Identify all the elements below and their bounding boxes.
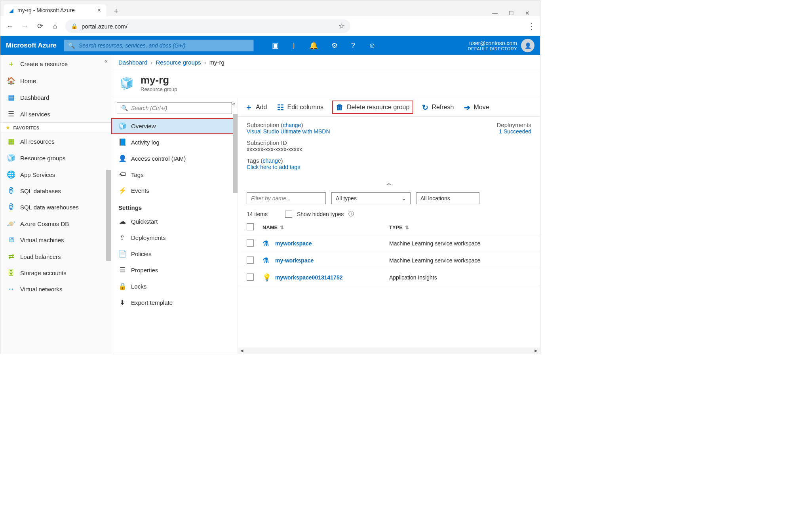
cloud-shell-icon[interactable]: ▣ — [272, 41, 279, 50]
nav-favorite-item[interactable]: 🛢SQL databases — [0, 183, 111, 199]
address-bar[interactable]: 🔒 portal.azure.com/ ☆ — [65, 19, 350, 33]
nav-item-label: Dashboard — [20, 94, 49, 101]
table-row: ⚗my-workspace Machine Learning service w… — [238, 252, 540, 269]
resource-link[interactable]: 💡myworkspace0013141752 — [262, 273, 342, 282]
menu-item-events[interactable]: ⚡Events — [111, 182, 238, 199]
tab-close-icon[interactable]: × — [97, 7, 101, 14]
nav-item-label: Resource groups — [20, 155, 65, 162]
horizontal-scrollbar[interactable]: ◄ ► — [238, 348, 540, 354]
menu-scrollbar[interactable] — [233, 114, 238, 193]
nav-back-icon[interactable]: ← — [5, 22, 15, 30]
row-checkbox[interactable] — [247, 274, 254, 281]
info-icon[interactable]: ⓘ — [348, 211, 354, 218]
filter-locations-select[interactable]: All locations — [416, 192, 479, 204]
nav-create-resource[interactable]: ＋ Create a resource — [0, 55, 111, 72]
sort-icon[interactable]: ⇅ — [280, 225, 284, 230]
nav-home[interactable]: 🏠 Home — [0, 72, 111, 89]
leftnav-collapse-icon[interactable]: « — [105, 57, 108, 64]
nav-forward-icon[interactable]: → — [20, 22, 30, 30]
command-bar: ＋Add ☷Edit columns 🗑Delete resource grou… — [238, 98, 540, 117]
cmd-move[interactable]: ➔Move — [464, 103, 489, 112]
filter-name-input[interactable]: Filter by name... — [247, 192, 326, 204]
scroll-left-icon[interactable]: ◄ — [240, 348, 244, 353]
account-menu[interactable]: user@contoso.com DEFAULT DIRECTORY 👤 — [468, 39, 534, 52]
deployments-value[interactable]: 1 Succeeded — [499, 128, 531, 135]
notifications-icon[interactable]: 🔔 — [309, 41, 318, 50]
new-tab-button[interactable]: + — [110, 6, 123, 16]
row-checkbox[interactable] — [247, 256, 254, 264]
nav-favorite-item[interactable]: ▦All resources — [0, 133, 111, 150]
col-type-header[interactable]: TYPE — [389, 224, 403, 230]
nav-favorite-item[interactable]: 🧊Resource groups — [0, 150, 111, 166]
settings-item-quickstart[interactable]: ☁Quickstart — [111, 213, 238, 230]
menu-item-access-control-iam-[interactable]: 👤Access control (IAM) — [111, 150, 238, 167]
settings-item-label: Locks — [131, 283, 146, 290]
show-hidden-label: Show hidden types — [297, 211, 344, 217]
global-search-input[interactable]: 🔍 Search resources, services, and docs (… — [64, 40, 254, 51]
nav-favorite-item[interactable]: 🛢SQL data warehouses — [0, 199, 111, 215]
tags-add-link[interactable]: Click here to add tags — [247, 164, 300, 170]
nav-reload-icon[interactable]: ⟳ — [35, 22, 45, 30]
scroll-right-icon[interactable]: ► — [534, 348, 538, 353]
nav-item-label: Virtual machines — [20, 237, 64, 243]
tags-change-link[interactable]: change — [263, 158, 281, 164]
deployments-label: Deployments — [496, 122, 531, 128]
nav-dashboard[interactable]: ▤ Dashboard — [0, 89, 111, 106]
window-close-icon[interactable]: ✕ — [525, 10, 530, 16]
menu-item-label: Tags — [131, 171, 144, 178]
feedback-icon[interactable]: ☺ — [369, 42, 376, 50]
menu-search-input[interactable]: 🔍 Search (Ctrl+/) — [117, 102, 232, 114]
nav-item-label: Home — [20, 78, 36, 84]
cmd-refresh[interactable]: ↻Refresh — [422, 103, 454, 112]
azure-brand[interactable]: Microsoft Azure — [6, 42, 57, 49]
menu-item-overview[interactable]: 🧊Overview — [111, 118, 238, 134]
subscription-value[interactable]: Visual Studio Ultimate with MSDN — [247, 128, 330, 135]
help-icon[interactable]: ? — [351, 42, 355, 50]
cmd-delete-resource-group[interactable]: 🗑Delete resource group — [334, 102, 412, 112]
menu-item-tags[interactable]: 🏷Tags — [111, 167, 238, 182]
breadcrumb-dashboard[interactable]: Dashboard — [118, 59, 147, 66]
browser-tab[interactable]: ◢ my-rg - Microsoft Azure × — [4, 4, 106, 16]
sort-icon[interactable]: ⇅ — [405, 225, 409, 230]
select-all-checkbox[interactable] — [247, 223, 254, 230]
col-name-header[interactable]: NAME — [262, 224, 278, 230]
filter-icon[interactable]: ⫿ — [292, 42, 296, 50]
cmd-edit-columns[interactable]: ☷Edit columns — [277, 103, 323, 112]
resource-link[interactable]: ⚗myworkspace — [262, 239, 312, 248]
favorite-icon: ▦ — [7, 137, 15, 146]
cmd-add[interactable]: ＋Add — [245, 102, 267, 112]
nav-favorite-item[interactable]: ↔Virtual networks — [0, 281, 111, 297]
window-minimize-icon[interactable]: — — [492, 10, 498, 16]
favorite-icon: 🖥 — [7, 236, 15, 244]
settings-item-deployments[interactable]: ⇪Deployments — [111, 230, 238, 246]
menu-item-activity-log[interactable]: 📘Activity log — [111, 134, 238, 150]
essentials-collapse-icon[interactable]: ︽ — [238, 178, 540, 188]
settings-gear-icon[interactable]: ⚙ — [331, 41, 338, 50]
settings-item-locks[interactable]: 🔒Locks — [111, 278, 238, 294]
filter-types-select[interactable]: All types⌄ — [331, 192, 411, 204]
settings-item-properties[interactable]: ☰Properties — [111, 262, 238, 278]
menu-collapse-icon[interactable]: « — [232, 101, 235, 107]
nav-favorite-item[interactable]: 🗄Storage accounts — [0, 265, 111, 281]
settings-item-export-template[interactable]: ⬇Export template — [111, 294, 238, 311]
nav-favorite-item[interactable]: 🖥Virtual machines — [0, 232, 111, 248]
nav-home-icon[interactable]: ⌂ — [50, 22, 60, 30]
row-checkbox[interactable] — [247, 239, 254, 247]
window-maximize-icon[interactable]: ☐ — [509, 10, 514, 16]
leftnav-scrollbar[interactable] — [106, 170, 111, 261]
nav-all-services[interactable]: ☰ All services — [0, 106, 111, 122]
nav-favorite-item[interactable]: 🌐App Services — [0, 166, 111, 183]
show-hidden-checkbox[interactable] — [285, 211, 292, 218]
nav-item-label: Create a resource — [20, 61, 68, 67]
subscription-change-link[interactable]: change — [283, 122, 301, 128]
bookmark-star-icon[interactable]: ☆ — [338, 22, 345, 30]
settings-item-icon: ☰ — [118, 266, 126, 274]
resource-link[interactable]: ⚗my-workspace — [262, 256, 314, 265]
nav-favorite-item[interactable]: ⇄Load balancers — [0, 248, 111, 265]
breadcrumb-resource-groups[interactable]: Resource groups — [156, 59, 201, 66]
settings-item-policies[interactable]: 📄Policies — [111, 246, 238, 262]
nav-favorite-item[interactable]: 🪐Azure Cosmos DB — [0, 215, 111, 232]
browser-menu-icon[interactable]: ⋮ — [527, 21, 535, 31]
nav-item-label: Virtual networks — [20, 286, 62, 293]
table-header: NAME⇅ TYPE⇅ — [238, 220, 540, 235]
